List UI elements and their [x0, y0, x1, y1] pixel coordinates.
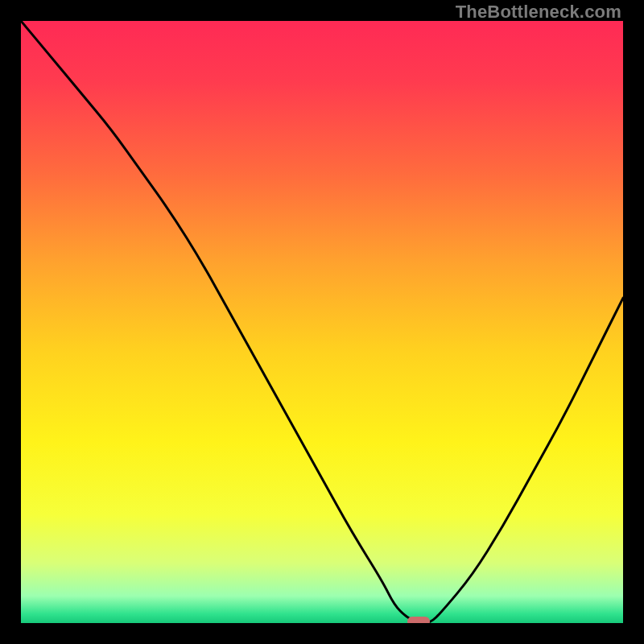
bottleneck-curve [21, 21, 623, 623]
plot-area [21, 21, 623, 623]
chart-stage: TheBottleneck.com [0, 0, 644, 644]
optimum-marker [407, 617, 430, 623]
watermark-text: TheBottleneck.com [456, 2, 621, 23]
